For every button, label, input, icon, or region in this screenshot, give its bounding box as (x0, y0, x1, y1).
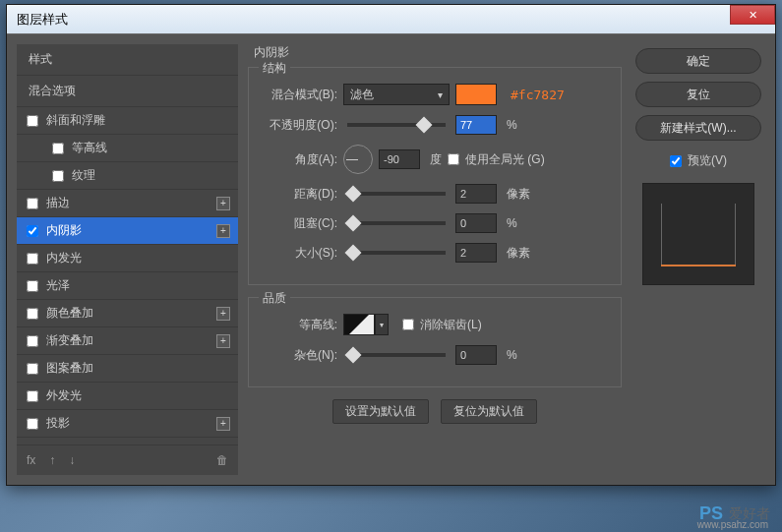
style-item-9[interactable]: 图案叠加 (17, 355, 238, 383)
style-item-0[interactable]: 斜面和浮雕 (17, 107, 238, 135)
style-label-1: 等高线 (72, 140, 107, 156)
angle-input[interactable] (379, 149, 420, 169)
style-item-3[interactable]: 描边+ (17, 190, 238, 217)
watermark-url: www.psahz.com (697, 519, 768, 530)
style-checkbox-6[interactable] (27, 280, 38, 292)
opacity-unit: % (507, 118, 517, 132)
add-effect-icon[interactable]: + (216, 417, 230, 431)
choke-input[interactable] (455, 213, 497, 233)
trash-icon[interactable]: 🗑 (216, 453, 228, 467)
style-label-7: 颜色叠加 (46, 305, 93, 322)
opacity-label: 不透明度(O): (261, 117, 337, 134)
set-default-button[interactable]: 设置为默认值 (332, 399, 429, 424)
style-item-6[interactable]: 光泽 (17, 272, 238, 300)
preview-checkbox[interactable] (670, 155, 682, 167)
noise-input[interactable] (455, 345, 497, 365)
style-checkbox-0[interactable] (27, 115, 38, 127)
contour-label: 等高线: (261, 317, 337, 333)
angle-dial[interactable] (343, 145, 373, 174)
hex-annotation: #fc7827 (511, 88, 565, 102)
distance-unit: 像素 (507, 186, 530, 203)
style-label-0: 斜面和浮雕 (46, 112, 105, 129)
size-unit: 像素 (507, 245, 530, 262)
titlebar[interactable]: 图层样式 ✕ (7, 5, 775, 34)
color-swatch[interactable] (455, 84, 497, 105)
structure-legend: 结构 (259, 60, 290, 77)
styles-footer: fx ↑ ↓ 🗑 (17, 444, 238, 475)
style-checkbox-10[interactable] (27, 390, 38, 402)
close-button[interactable]: ✕ (730, 5, 775, 25)
style-item-10[interactable]: 外发光 (17, 383, 238, 410)
add-effect-icon[interactable]: + (216, 197, 230, 210)
angle-label: 角度(A): (261, 151, 337, 168)
style-label-5: 内发光 (46, 250, 82, 266)
preview-label: 预览(V) (688, 152, 727, 169)
style-label-11: 投影 (46, 415, 70, 432)
angle-unit: 度 (430, 151, 442, 168)
style-item-11[interactable]: 投影+ (17, 410, 238, 438)
structure-group: 结构 混合模式(B): 滤色 #fc7827 不透明度(O): % 角度(A): (248, 67, 622, 285)
fx-icon[interactable]: fx (27, 453, 35, 467)
style-item-7[interactable]: 颜色叠加+ (17, 300, 238, 327)
add-effect-icon[interactable]: + (216, 224, 230, 238)
choke-slider[interactable] (347, 221, 446, 225)
noise-slider[interactable] (347, 353, 446, 357)
style-label-10: 外发光 (46, 387, 82, 404)
action-panel: 确定 复位 新建样式(W)... 预览(V) (632, 44, 765, 475)
style-checkbox-2[interactable] (52, 170, 64, 182)
distance-label: 距离(D): (261, 186, 337, 203)
style-label-6: 光泽 (46, 277, 70, 294)
cancel-button[interactable]: 复位 (635, 82, 761, 107)
style-label-9: 图案叠加 (46, 360, 93, 377)
blend-options[interactable]: 混合选项 (17, 76, 238, 107)
style-label-2: 纹理 (72, 167, 95, 184)
blend-mode-dropdown[interactable]: 滤色 (343, 84, 450, 105)
size-input[interactable] (455, 243, 497, 263)
style-checkbox-1[interactable] (52, 143, 64, 154)
ok-button[interactable]: 确定 (635, 48, 761, 74)
add-effect-icon[interactable]: + (216, 334, 230, 348)
styles-header[interactable]: 样式 (17, 44, 238, 76)
style-item-8[interactable]: 渐变叠加+ (17, 327, 238, 355)
new-style-button[interactable]: 新建样式(W)... (635, 115, 761, 141)
contour-dropdown-icon[interactable]: ▾ (375, 314, 389, 335)
settings-panel: 内阴影 结构 混合模式(B): 滤色 #fc7827 不透明度(O): % 角度… (248, 44, 622, 475)
style-item-1[interactable]: 等高线 (17, 135, 238, 162)
global-light-checkbox[interactable] (448, 153, 459, 165)
global-light-label: 使用全局光 (G) (465, 151, 545, 168)
style-checkbox-7[interactable] (27, 308, 38, 320)
arrow-up-icon[interactable]: ↑ (49, 453, 55, 467)
size-label: 大小(S): (261, 245, 337, 262)
distance-slider[interactable] (347, 192, 446, 196)
quality-group: 品质 等高线: ▾ 消除锯齿(L) 杂色(N): % (248, 297, 622, 387)
opacity-input[interactable] (455, 115, 497, 135)
antialias-label: 消除锯齿(L) (420, 317, 482, 333)
style-item-2[interactable]: 纹理 (17, 162, 238, 190)
style-label-3: 描边 (46, 195, 70, 211)
style-checkbox-11[interactable] (27, 418, 38, 430)
style-label-8: 渐变叠加 (46, 332, 93, 349)
arrow-down-icon[interactable]: ↓ (69, 453, 75, 467)
style-checkbox-8[interactable] (27, 335, 38, 347)
reset-default-button[interactable]: 复位为默认值 (441, 399, 537, 424)
add-effect-icon[interactable]: + (216, 307, 230, 321)
choke-label: 阻塞(C): (261, 215, 337, 232)
style-checkbox-3[interactable] (27, 198, 38, 209)
style-checkbox-5[interactable] (27, 253, 38, 265)
style-checkbox-9[interactable] (27, 363, 38, 375)
style-item-4[interactable]: 内阴影+ (17, 217, 238, 245)
style-item-5[interactable]: 内发光 (17, 245, 238, 272)
preview-box (642, 183, 754, 285)
antialias-checkbox[interactable] (402, 319, 414, 330)
opacity-slider[interactable] (347, 123, 446, 127)
distance-input[interactable] (455, 184, 497, 204)
close-icon: ✕ (749, 9, 757, 22)
style-checkbox-4[interactable] (27, 225, 38, 237)
dialog-title: 图层样式 (17, 11, 68, 29)
size-slider[interactable] (347, 251, 446, 255)
noise-label: 杂色(N): (261, 347, 337, 364)
blend-mode-label: 混合模式(B): (261, 87, 337, 103)
contour-picker[interactable] (343, 314, 375, 335)
noise-unit: % (507, 348, 517, 362)
style-label-4: 内阴影 (46, 222, 82, 239)
